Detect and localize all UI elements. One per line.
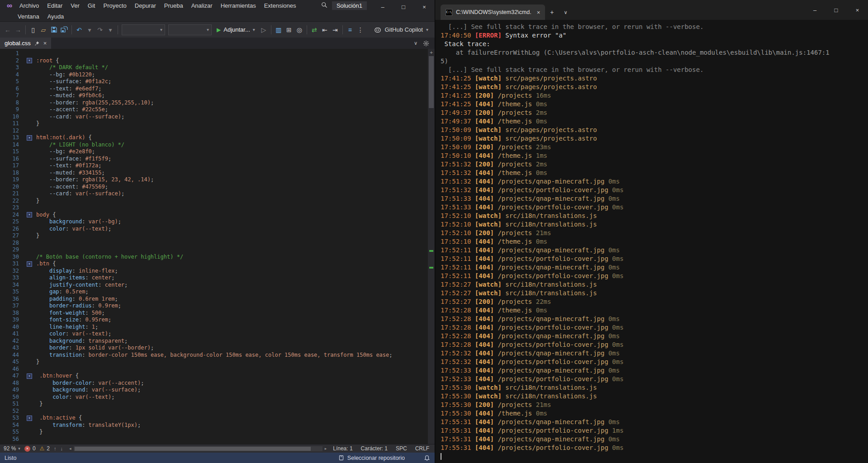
menu-item-ayuda[interactable]: Ayuda — [43, 12, 68, 21]
code-line: 21 --card: var(--surface); — [0, 190, 435, 198]
close-tab-icon[interactable]: × — [43, 40, 47, 47]
open-file-icon[interactable]: ▱ — [38, 24, 48, 35]
terminal-line: 17:52:28 [404] /projects/qnap-minecraft.… — [441, 315, 868, 323]
sync-active-document-icon[interactable]: ⇄ — [309, 24, 319, 35]
code-editor[interactable]: 12▾:root {3 /* DARK default */4 --bg: #0… — [0, 49, 435, 444]
search-box[interactable]: Solución1 — [321, 1, 367, 10]
fold-marker-icon[interactable]: ▾ — [27, 416, 32, 421]
maximize-button[interactable]: □ — [393, 0, 414, 14]
code-text: .btn:active { — [36, 415, 82, 422]
scrollbar-thumb[interactable] — [75, 447, 311, 451]
scroll-right-icon[interactable]: ▸ — [323, 446, 329, 451]
back-icon[interactable]: ← — [3, 24, 13, 35]
editor-vertical-scrollbar[interactable]: + — [428, 49, 435, 444]
warning-counter[interactable]: ⚠ 2 — [40, 445, 50, 452]
solution-explorer-icon[interactable]: ⊞ — [284, 24, 294, 35]
line-number: 12 — [0, 128, 23, 135]
close-button[interactable]: × — [414, 0, 435, 14]
fold-marker-icon[interactable]: ▾ — [27, 58, 32, 63]
fold-marker-icon[interactable]: ▾ — [27, 373, 32, 379]
overflow-icon[interactable]: ⋮ — [356, 24, 365, 35]
editor-status-row: 92 % ▾ × 0 ⚠ 2 ↑ ↓ ◂ ▸ Línea: 1 Carácter… — [0, 444, 435, 453]
tab-dropdown-icon[interactable]: ∨ — [559, 5, 572, 20]
open-documents-dropdown-icon[interactable]: ∨ — [414, 40, 417, 46]
chevron-down-icon[interactable]: ▾ — [426, 27, 428, 32]
fold-marker-icon[interactable]: ▾ — [27, 212, 32, 217]
menu-item-git[interactable]: Git — [84, 1, 100, 10]
menu-item-proyecto[interactable]: Proyecto — [99, 1, 130, 10]
pin-icon[interactable] — [34, 41, 40, 46]
scrollbar-thumb[interactable] — [429, 56, 434, 108]
watch-window-icon[interactable]: ◎ — [294, 24, 304, 35]
forward-icon[interactable]: → — [13, 24, 23, 35]
code-line: 47▾ .btn:hover { — [0, 373, 435, 380]
attach-run-button[interactable]: ▶ Adjuntar... ▾ — [213, 24, 258, 36]
line-number: 53 — [0, 415, 23, 422]
undo-icon[interactable]: ↶ — [74, 24, 84, 35]
configuration-combobox[interactable]: ▾ — [122, 24, 165, 35]
menu-item-analizar[interactable]: Analizar — [187, 1, 217, 10]
error-counter[interactable]: × 0 — [24, 445, 36, 452]
line-number: 13 — [0, 134, 23, 142]
maximize-button[interactable]: □ — [825, 0, 847, 20]
fold-marker-icon[interactable]: ▾ — [27, 261, 32, 267]
line-ending-indicator[interactable]: CRLF — [415, 445, 429, 452]
tab-global-css[interactable]: global.css × — [0, 38, 51, 49]
menu-item-ver[interactable]: Ver — [66, 1, 84, 10]
indent-icon[interactable]: ⇥ — [330, 24, 340, 35]
menu-item-prueba[interactable]: Prueba — [160, 1, 187, 10]
new-file-icon[interactable]: ▯ — [28, 24, 38, 35]
line-number: 46 — [0, 366, 23, 373]
github-copilot-button[interactable]: GitHub Copilot ▾ — [374, 26, 432, 33]
start-without-debug-icon[interactable]: ▷ — [259, 24, 269, 35]
split-editor-icon[interactable]: + — [428, 49, 435, 57]
redo-dropdown-icon[interactable]: ▾ — [105, 24, 115, 35]
scrollbar-track[interactable] — [74, 446, 323, 451]
toolbar: ←→▯▱↶▾↷▾ ▾ ▾ ▶ Adjuntar... ▾ ▷▥⊞◎⇄⇤⇥≡⋮ G… — [0, 21, 435, 38]
notifications-bell-icon[interactable] — [424, 455, 430, 461]
terminal-titlebar: C:\ C:\WINDOWS\system32\cmd. × + ∨ – □ × — [435, 0, 868, 20]
indent-mode-indicator[interactable]: SPC — [396, 445, 407, 452]
fold-gutter — [23, 317, 36, 324]
terminal-output[interactable]: [...] See full stack trace in the browse… — [435, 20, 868, 463]
vs-status-bar: Listo Seleccionar repositorio — [0, 453, 435, 463]
line-number: 26 — [0, 226, 23, 233]
fold-marker-icon[interactable]: ▾ — [27, 135, 32, 141]
chevron-down-icon[interactable]: ▾ — [253, 27, 255, 32]
minimize-button[interactable]: – — [804, 0, 825, 20]
platform-combobox[interactable]: ▾ — [168, 24, 212, 35]
code-line: 6 --text: #e6edf7; — [0, 85, 435, 93]
line-number: 34 — [0, 282, 23, 289]
menu-item-archivo[interactable]: Archivo — [15, 1, 43, 10]
zoom-control[interactable]: 92 % ▾ — [4, 445, 20, 452]
next-issue-icon[interactable]: ↓ — [61, 446, 63, 451]
menu-item-ventana[interactable]: Ventana — [14, 12, 43, 21]
terminal-line: 5) — [441, 57, 868, 66]
line-options-icon[interactable]: ≡ — [345, 24, 355, 35]
menu-item-editar[interactable]: Editar — [43, 1, 66, 10]
undo-dropdown-icon[interactable]: ▾ — [85, 24, 95, 35]
gear-icon[interactable] — [423, 40, 429, 47]
minimize-button[interactable]: – — [372, 0, 393, 14]
new-tab-button[interactable]: + — [545, 5, 559, 20]
save-icon[interactable] — [49, 24, 59, 35]
previous-issue-icon[interactable]: ↑ — [54, 446, 57, 451]
terminal-line: 17:52:33 [404] /projects/portfolio-cover… — [441, 375, 868, 383]
menu-item-depurar[interactable]: Depurar — [131, 1, 160, 10]
select-repository-button[interactable]: Seleccionar repositorio — [338, 455, 405, 461]
close-button[interactable]: × — [847, 0, 868, 20]
editor-horizontal-scrollbar[interactable]: ◂ ▸ — [67, 444, 329, 453]
save-all-icon[interactable] — [59, 24, 69, 35]
scroll-left-icon[interactable]: ◂ — [67, 446, 74, 451]
outdent-icon[interactable]: ⇤ — [320, 24, 330, 35]
close-tab-icon[interactable]: × — [537, 9, 541, 16]
menu-item-herramientas[interactable]: Herramientas — [217, 1, 260, 10]
fold-gutter — [23, 232, 36, 240]
menu-item-extensiones[interactable]: Extensiones — [260, 1, 300, 10]
line-number: 21 — [0, 190, 23, 198]
solution-name[interactable]: Solución1 — [332, 1, 367, 10]
code-line: 4 --bg: #0b1220; — [0, 71, 435, 79]
terminal-tab-cmd[interactable]: C:\ C:\WINDOWS\system32\cmd. × — [441, 5, 545, 20]
redo-icon[interactable]: ↷ — [95, 24, 105, 35]
find-in-files-icon[interactable]: ▥ — [274, 24, 284, 35]
